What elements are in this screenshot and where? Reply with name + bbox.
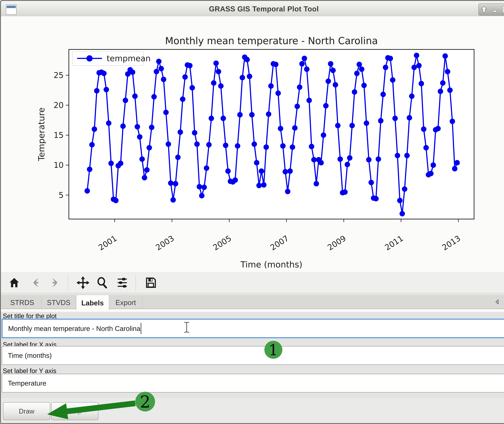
y-axis-label-label: Set label for Y axis bbox=[3, 367, 56, 374]
pan-icon[interactable] bbox=[76, 276, 90, 289]
svg-text:2011: 2011 bbox=[383, 234, 405, 252]
y-axis-label-input[interactable]: Temperature bbox=[2, 374, 504, 393]
window-title: GRASS GIS Temporal Plot Tool bbox=[1, 5, 504, 13]
forward-icon[interactable] bbox=[48, 276, 61, 289]
x-axis-label-value: Time (months) bbox=[8, 351, 52, 359]
svg-text:2005: 2005 bbox=[211, 234, 233, 252]
app-window: GRASS GIS Temporal Plot Tool 51015202520… bbox=[0, 0, 504, 424]
text-caret bbox=[141, 323, 141, 334]
svg-text:5: 5 bbox=[59, 191, 64, 200]
button-row: Draw Help bbox=[1, 398, 504, 423]
svg-text:Monthly mean temperature - Nor: Monthly mean temperature - North Carolin… bbox=[165, 35, 378, 46]
tab-export[interactable]: Export bbox=[109, 296, 142, 309]
svg-text:20: 20 bbox=[54, 101, 64, 110]
tab-labels[interactable]: Labels bbox=[76, 295, 109, 311]
svg-text:2013: 2013 bbox=[440, 234, 462, 252]
svg-text:10: 10 bbox=[54, 161, 64, 170]
svg-text:2009: 2009 bbox=[326, 234, 348, 252]
tab-strds[interactable]: STRDS bbox=[3, 296, 41, 309]
plot-toolbar bbox=[1, 272, 504, 293]
toolbar-separator bbox=[68, 274, 68, 291]
svg-text:2001: 2001 bbox=[97, 234, 118, 252]
plot-title-value: Monthly mean temperature - North Carolin… bbox=[8, 324, 140, 332]
svg-text:15: 15 bbox=[54, 131, 64, 140]
tab-stvds[interactable]: STVDS bbox=[42, 296, 76, 309]
svg-text:Time (months): Time (months) bbox=[240, 260, 302, 269]
help-button[interactable]: Help bbox=[51, 402, 98, 420]
home-icon[interactable] bbox=[7, 276, 21, 289]
plot-title-input[interactable]: Monthly mean temperature - North Carolin… bbox=[2, 319, 504, 338]
shade-window-icon[interactable] bbox=[479, 5, 489, 14]
configure-subplots-icon[interactable] bbox=[116, 276, 129, 289]
svg-text:2007: 2007 bbox=[269, 234, 290, 252]
maximize-window-icon[interactable] bbox=[501, 5, 504, 14]
svg-text:25: 25 bbox=[54, 71, 64, 80]
back-icon[interactable] bbox=[30, 276, 43, 289]
toolbar-separator bbox=[135, 274, 136, 291]
tab-bar: STRDS STVDS Labels Export bbox=[1, 295, 504, 309]
svg-text:Temperature: Temperature bbox=[37, 107, 46, 161]
tab-scroll-left-icon[interactable] bbox=[494, 298, 500, 306]
zoom-icon[interactable] bbox=[96, 276, 109, 289]
y-axis-label-value: Temperature bbox=[8, 379, 46, 387]
plot-title-label: Set title for the plot bbox=[3, 312, 57, 319]
x-axis-label-input[interactable]: Time (months) bbox=[2, 346, 504, 365]
window-controls bbox=[478, 3, 504, 16]
draw-button[interactable]: Draw bbox=[3, 402, 50, 420]
svg-text:2003: 2003 bbox=[154, 234, 176, 252]
svg-text:tempmean: tempmean bbox=[107, 54, 151, 63]
title-bar[interactable]: GRASS GIS Temporal Plot Tool bbox=[1, 1, 504, 16]
minimize-window-icon[interactable] bbox=[490, 5, 500, 14]
figure-canvas[interactable]: 5101520252001200320052007200920112013Mon… bbox=[1, 16, 504, 272]
save-icon[interactable] bbox=[144, 276, 157, 289]
temperature-line-chart[interactable]: 5101520252001200320052007200920112013Mon… bbox=[1, 16, 504, 272]
